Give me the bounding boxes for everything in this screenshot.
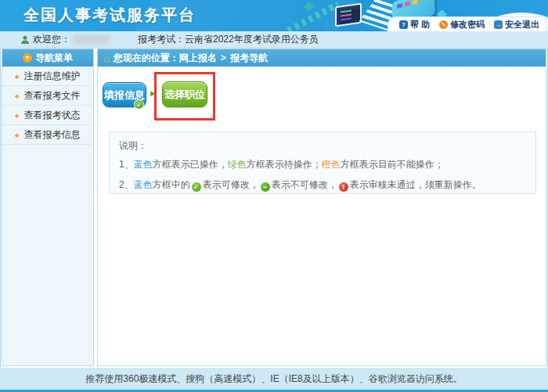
blue-word: 蓝色 — [134, 179, 153, 190]
nav-menu-icon: ▼ — [23, 53, 32, 63]
instructions-line1: 1、蓝色方框表示已操作，绿色方框表示待操作；橙色方框表示目前不能操作； — [119, 158, 526, 171]
line2-seg1: 方框中的 — [153, 179, 190, 190]
help-button[interactable]: ? 帮 助 — [399, 19, 430, 31]
line2-seg3: 表示不可修改， — [272, 179, 337, 190]
breadcrumb: ⌂ 您现在的位置：网上报名 > 报考导航 — [98, 49, 546, 67]
bullet-icon: ◆ — [15, 74, 19, 79]
main-content: ⌂ 您现在的位置：网上报名 > 报考导航 填报信息 ✓ ► 选择职位 ☝ 说明：… — [97, 49, 546, 366]
application-flow: 填报信息 ✓ ► 选择职位 ☝ — [98, 67, 546, 126]
line2-seg4: 表示审核未通过，须重新操作。 — [350, 179, 481, 190]
bullet-icon: ◆ — [15, 132, 19, 138]
edit-password-icon: ✎ — [439, 20, 448, 29]
welcome-greeting: 欢迎您： — [33, 33, 70, 46]
illustration-cube — [304, 2, 314, 12]
exam-name: 报考考试：云南省2022年度考试录用公务员 — [138, 33, 319, 46]
sidebar-item-label: 注册信息维护 — [23, 70, 80, 81]
header-actions-tab: ? 帮 助 ✎ 修改密码 → 安全退出 — [388, 17, 546, 31]
check-circle-icon: ✓ — [192, 182, 201, 192]
sidebar-header: ▼ 导航菜单 — [2, 49, 93, 67]
sidebar-item-view-status[interactable]: ◆查看报考状态 — [2, 106, 93, 125]
bullet-icon: ◆ — [15, 113, 19, 118]
logout-icon: → — [494, 20, 503, 29]
home-icon: ⌂ — [103, 52, 110, 64]
sidebar-title: 导航菜单 — [35, 52, 73, 65]
breadcrumb-location: 您现在的位置：网上报名 — [114, 52, 217, 65]
minus-circle-icon: − — [261, 182, 270, 192]
help-icon: ? — [399, 20, 408, 29]
safe-logout-label: 安全退出 — [505, 19, 539, 31]
sidebar-item-label: 查看报考信息 — [23, 129, 80, 140]
footer-note: 推荐使用360极速模式、搜狗（高速模式）、IE（IE8及以上版本）、谷歌浏览器访… — [0, 368, 548, 392]
page: 全国人事考试服务平台 ? 帮 助 ✎ 修改密码 → 安全退出 — [0, 0, 548, 392]
help-label: 帮 助 — [410, 19, 430, 31]
instructions-box: 说明： 1、蓝色方框表示已操作，绿色方框表示待操作；橙色方框表示目前不能操作； … — [109, 131, 536, 194]
line1-seg2: 方框表示待操作； — [247, 159, 322, 170]
change-password-button[interactable]: ✎ 修改密码 — [439, 19, 485, 31]
instructions-line2: 2、蓝色方框中的✓表示可修改，−表示不可修改，!表示审核未通过，须重新操作。 — [119, 178, 526, 192]
breadcrumb-current: 报考导航 — [230, 52, 268, 65]
line1-number: 1、 — [119, 159, 134, 170]
safe-logout-button[interactable]: → 安全退出 — [494, 19, 539, 31]
sidebar-nav: ▼ 导航菜单 ◆注册信息维护 ◆查看报考文件 ◆查看报考状态 ◆查看报考信息 — [2, 49, 94, 366]
username-redacted — [72, 34, 111, 45]
sidebar-item-view-info[interactable]: ◆查看报考信息 — [2, 125, 93, 145]
sidebar-item-view-documents[interactable]: ◆查看报考文件 — [2, 86, 93, 106]
sidebar-item-label: 查看报考文件 — [23, 90, 80, 101]
instructions-heading: 说明： — [119, 139, 526, 153]
user-icon — [20, 35, 30, 45]
illustration-screen — [335, 3, 362, 27]
line2-number: 2、 — [119, 179, 134, 190]
highlight-red-box: 选择职位 ☝ — [154, 72, 215, 120]
change-password-label: 修改密码 — [450, 19, 485, 31]
bullet-icon: ◆ — [15, 93, 19, 99]
line1-seg3: 方框表示目前不能操作； — [341, 159, 444, 170]
illustration-cube — [323, 20, 333, 31]
sidebar-item-registration-info[interactable]: ◆注册信息维护 — [2, 67, 93, 86]
breadcrumb-separator: > — [221, 52, 226, 63]
welcome-bar: 欢迎您： 报考考试：云南省2022年度考试录用公务员 — [0, 31, 548, 49]
fill-info-step-button[interactable]: 填报信息 ✓ — [103, 82, 146, 107]
blue-word: 蓝色 — [134, 159, 153, 170]
app-title: 全国人事考试服务平台 — [23, 5, 196, 26]
sidebar-item-label: 查看报考状态 — [23, 110, 80, 120]
exclamation-circle-icon: ! — [339, 182, 348, 192]
orange-word: 橙色 — [322, 159, 341, 170]
line2-seg2: 表示可修改， — [203, 179, 259, 190]
green-word: 绿色 — [228, 159, 247, 170]
editable-check-icon: ✓ — [134, 99, 144, 110]
line1-seg1: 方框表示已操作， — [153, 159, 228, 170]
